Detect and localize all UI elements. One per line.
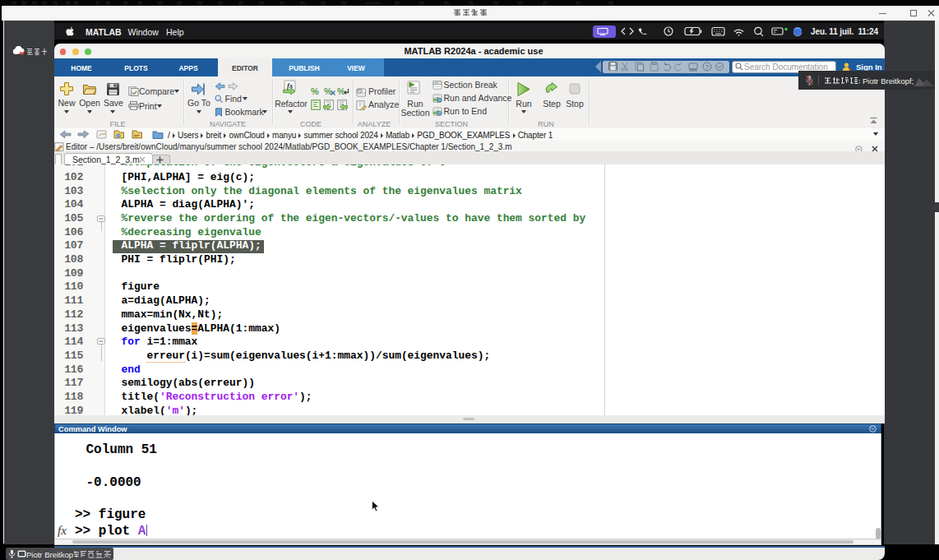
svg-text:%: % — [311, 86, 319, 96]
svg-text:?: ? — [705, 63, 710, 71]
svg-text:%: % — [337, 86, 345, 96]
svg-text:fx: fx — [287, 81, 294, 90]
